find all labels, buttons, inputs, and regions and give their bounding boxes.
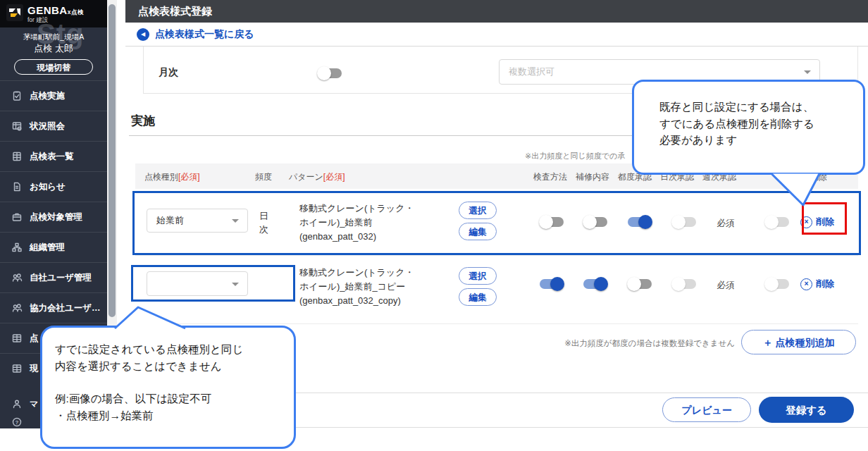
briefcase-icon bbox=[11, 211, 23, 223]
required-label: 必須 bbox=[709, 218, 743, 230]
brand-name: GENBAx点検 bbox=[27, 4, 84, 16]
user-name: 点検 太郎 bbox=[0, 42, 107, 55]
page-title: 点検表様式登録 bbox=[138, 0, 212, 23]
pattern-value: 移動式クレーン(トラック・ホイール)_始業前(genbax_patt_032) bbox=[299, 202, 456, 244]
pattern-select-button[interactable]: 選択 bbox=[459, 202, 497, 219]
site-name: 茅場町駅前_現場A bbox=[0, 32, 107, 42]
column-header-1: 頻度 bbox=[255, 171, 272, 183]
status-grid-icon bbox=[11, 121, 23, 132]
column-header-2: パターン[必須] bbox=[289, 171, 345, 183]
monthly-select-placeholder: 複数選択可 bbox=[509, 66, 554, 78]
svg-text:?: ? bbox=[16, 419, 19, 426]
sheet-list-icon bbox=[11, 151, 23, 162]
back-bar: ◀ 点検表様式一覧に戻る bbox=[125, 23, 868, 47]
site-switch-button[interactable]: 現場切替 bbox=[14, 59, 93, 75]
page-header-bar: 点検表様式登録 bbox=[125, 0, 868, 23]
pattern-value: 移動式クレーン(トラック・ホイール)_始業前_コピー(genbax_patt_0… bbox=[299, 266, 456, 308]
callout-duplicate-type: すでに設定されている点検種別と同じ 内容を選択することはできません 例:画像の場… bbox=[40, 326, 296, 449]
submit-button[interactable]: 登録する bbox=[759, 397, 854, 423]
sidebar-item-4[interactable]: 点検対象管理 bbox=[0, 202, 107, 232]
daily-approval-toggle[interactable] bbox=[672, 217, 696, 227]
sidebar-item-0[interactable]: 点検実施 bbox=[0, 80, 107, 111]
pattern-edit-button[interactable]: 編集 bbox=[459, 288, 497, 306]
inspection-row-1: 始業前 日次 移動式クレーン(トラック・ホイール)_始業前(genbax_pat… bbox=[135, 189, 858, 256]
person-icon bbox=[11, 398, 23, 409]
org-tree-icon bbox=[11, 242, 23, 253]
delete-row-button[interactable]: × 削除 bbox=[800, 278, 834, 290]
circle-x-icon: × bbox=[800, 278, 812, 290]
inspection-method-toggle[interactable] bbox=[540, 217, 564, 227]
add-inspection-type-button[interactable]: ＋ 点検種別追加 bbox=[741, 330, 856, 354]
back-to-list-link[interactable]: ◀ 点検表様式一覧に戻る bbox=[137, 23, 254, 47]
column-header-0: 点検種別[必須] bbox=[144, 171, 200, 183]
preview-button[interactable]: プレビュー bbox=[662, 397, 751, 422]
weekly-approval-toggle[interactable] bbox=[765, 217, 789, 227]
per-time-approval-toggle[interactable] bbox=[628, 279, 652, 289]
daily-approval-toggle[interactable] bbox=[672, 279, 696, 289]
sidebar-item-5[interactable]: 組織管理 bbox=[0, 232, 107, 262]
grid-icon bbox=[11, 363, 23, 374]
genba-logo-icon bbox=[6, 4, 23, 24]
chevron-down-icon bbox=[804, 70, 811, 74]
column-header-4: 補修内容 bbox=[576, 171, 609, 183]
sidebar-item-2[interactable]: 点検表一覧 bbox=[0, 141, 107, 171]
section-title: 実施 bbox=[131, 113, 155, 129]
approval-note: ※出力頻度と同じ頻度での承 bbox=[525, 151, 625, 161]
per-time-approval-toggle[interactable] bbox=[628, 217, 652, 227]
users-icon bbox=[11, 302, 23, 314]
back-arrow-icon: ◀ bbox=[137, 28, 149, 41]
delete-row-button[interactable]: × 削除 bbox=[800, 216, 834, 228]
users-icon bbox=[11, 272, 23, 283]
frequency-value: 日次 bbox=[259, 209, 268, 236]
required-label: 必須 bbox=[709, 280, 743, 292]
chevron-down-icon bbox=[232, 219, 239, 223]
inspection-row-2: 移動式クレーン(トラック・ホイール)_始業前_コピー(genbax_patt_0… bbox=[135, 256, 858, 324]
repair-content-toggle[interactable] bbox=[583, 217, 607, 227]
weekly-approval-toggle[interactable] bbox=[765, 279, 789, 289]
monthly-toggle[interactable] bbox=[318, 68, 342, 78]
app-window: GENBAx点検 for 建設 Stg 茅場町駅前_現場A 点検 太郎 現場切替… bbox=[0, 0, 868, 451]
sidebar-item-6[interactable]: 自社ユーザ管理 bbox=[0, 262, 107, 292]
callout-delete-existing: 既存と同じ設定にする場合は、 すでにある点検種別を削除する 必要があります bbox=[632, 80, 865, 175]
clipboard-check-icon bbox=[11, 90, 23, 101]
sidebar-item-3[interactable]: お知らせ bbox=[0, 171, 107, 202]
pattern-select-button[interactable]: 選択 bbox=[459, 267, 497, 285]
inspection-method-toggle[interactable] bbox=[540, 279, 564, 289]
monthly-label: 月次 bbox=[159, 66, 178, 79]
sidebar-item-7[interactable]: 協力会社ユーザ… bbox=[0, 292, 107, 323]
duplicate-note: ※出力頻度が都度の場合は複数登録できません bbox=[493, 338, 735, 349]
pattern-edit-button[interactable]: 編集 bbox=[459, 223, 497, 240]
help-icon: ? bbox=[11, 416, 23, 428]
column-header-3: 検査方法 bbox=[533, 171, 567, 183]
sidebar-item-1[interactable]: 状況照会 bbox=[0, 111, 107, 141]
circle-x-icon: × bbox=[800, 216, 812, 228]
repair-content-toggle[interactable] bbox=[583, 279, 607, 289]
inspection-type-select[interactable] bbox=[147, 271, 248, 296]
chevron-down-icon bbox=[232, 283, 239, 286]
document-icon bbox=[11, 181, 23, 192]
inspection-type-select[interactable]: 始業前 bbox=[147, 209, 248, 233]
grid-icon bbox=[11, 333, 23, 344]
sidebar-scrollbar-thumb[interactable] bbox=[108, 4, 116, 317]
